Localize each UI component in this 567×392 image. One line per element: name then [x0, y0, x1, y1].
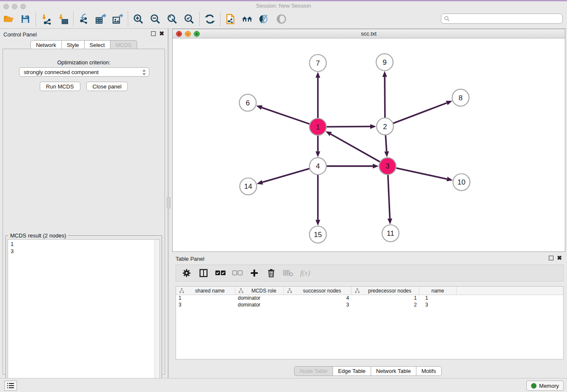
zoom-out-icon[interactable]	[147, 11, 164, 27]
edge-arrow-3-11	[388, 218, 392, 224]
deselect-all-icon[interactable]	[232, 268, 243, 279]
add-column-icon[interactable]	[249, 268, 260, 279]
result-scrollbar[interactable]	[154, 240, 160, 392]
zoom-selected-icon[interactable]	[181, 11, 198, 27]
task-history-button[interactable]	[4, 381, 17, 391]
column-header-predecessor-nodes[interactable]: predecessor nodes	[352, 287, 419, 295]
open-session-icon[interactable]	[0, 11, 17, 27]
import-table-icon[interactable]	[55, 11, 72, 27]
select-all-icon[interactable]	[215, 268, 226, 279]
table-header-row: shared nameMCDS rolesuccessor nodesprede…	[176, 287, 563, 295]
float-table-panel-icon[interactable]	[549, 256, 553, 260]
close-panel-icon[interactable]: ✖	[159, 31, 164, 36]
edge-1-2[interactable]	[326, 127, 370, 127]
node-label-9: 9	[383, 58, 386, 66]
column-layout-icon[interactable]	[198, 268, 209, 279]
cell-successor-nodes[interactable]: 4	[284, 295, 352, 302]
hide-selected-icon[interactable]	[256, 11, 273, 27]
zoom-fit-icon[interactable]	[164, 11, 181, 27]
search-icon	[444, 16, 450, 22]
edge-arrow-2-3	[384, 151, 389, 157]
network-window-title: scc.txt	[173, 30, 565, 37]
table-row[interactable]: 3dominator323	[176, 302, 563, 309]
export-network-icon[interactable]	[75, 11, 92, 27]
edge-2-9[interactable]	[385, 77, 385, 118]
node-label-14: 14	[244, 182, 252, 190]
node-label-11: 11	[387, 229, 394, 237]
edge-arrow-3-1	[325, 131, 332, 136]
network-window-titlebar[interactable]: × − + scc.txt	[173, 29, 565, 39]
cell-name[interactable]: 1	[419, 295, 457, 302]
edge-3-11[interactable]	[388, 174, 390, 218]
save-session-icon[interactable]	[17, 11, 34, 27]
cell-shared-name[interactable]: 3	[176, 302, 235, 309]
tab-motifs[interactable]: Motifs	[416, 366, 442, 376]
zoom-in-icon[interactable]	[130, 11, 147, 27]
edge-3-1[interactable]	[331, 134, 380, 162]
toolbar-separator	[128, 12, 128, 26]
toolbar-separator	[199, 12, 200, 26]
memory-label: Memory	[539, 383, 559, 389]
cell-successor-nodes[interactable]: 3	[284, 302, 352, 309]
edge-2-3[interactable]	[385, 135, 386, 152]
tab-network-table[interactable]: Network Table	[371, 366, 416, 376]
column-header-name[interactable]: name	[419, 287, 457, 295]
table-toolbar: f(x)	[176, 265, 564, 282]
apply-function-icon[interactable]: f(x)	[300, 268, 311, 279]
close-panel-button[interactable]: Close panel	[86, 82, 128, 91]
run-mcds-button[interactable]: Run MCDS	[40, 82, 80, 91]
tab-edge-table[interactable]: Edge Table	[333, 366, 371, 376]
delete-column-icon[interactable]	[266, 268, 277, 279]
hierarchy-icon	[239, 288, 243, 293]
float-panel-icon[interactable]	[151, 31, 156, 36]
edge-1-6[interactable]	[262, 108, 310, 124]
mcds-result-textarea[interactable]: 1 3	[8, 239, 160, 392]
node-label-2: 2	[383, 123, 387, 131]
cell-MCDS-role[interactable]: dominator	[235, 295, 284, 302]
network-from-selection-icon[interactable]	[222, 11, 239, 27]
column-header-successor-nodes[interactable]: successor nodes	[284, 287, 352, 295]
cell-predecessor-nodes[interactable]: 1	[352, 295, 419, 302]
show-details-icon[interactable]	[273, 11, 290, 27]
optimization-criterion-select[interactable]: strongly connected component	[19, 67, 149, 77]
table-row[interactable]: 1dominator411	[176, 295, 563, 302]
edge-arrow-4-3	[373, 164, 379, 168]
hierarchy-icon	[179, 288, 184, 293]
edge-2-8[interactable]	[393, 103, 447, 123]
edge-arrow-1-2	[370, 124, 376, 129]
table-panel-title: Table Panel	[176, 256, 204, 262]
tab-node-table[interactable]: Node Table	[294, 366, 333, 376]
node-label-7: 7	[316, 59, 320, 67]
search-input[interactable]	[450, 16, 562, 22]
network-canvas[interactable]: 7968124314101511	[173, 39, 565, 251]
node-label-10: 10	[457, 178, 465, 186]
apply-layout-icon[interactable]	[201, 11, 218, 27]
edge-4-14[interactable]	[262, 168, 310, 182]
node-label-6: 6	[246, 99, 250, 107]
cell-predecessor-nodes[interactable]: 2	[352, 302, 419, 309]
memory-button[interactable]: Memory	[526, 381, 564, 391]
search-field[interactable]	[441, 14, 563, 24]
combo-stepper-icon	[142, 69, 146, 76]
edge-arrow-1-7	[316, 72, 320, 78]
window-title: Session: New Session	[0, 3, 567, 9]
cell-shared-name[interactable]: 1	[176, 295, 235, 302]
first-neighbors-icon[interactable]	[239, 11, 256, 27]
mcds-result-title: MCDS result (2 nodes)	[8, 232, 68, 239]
delete-table-icon[interactable]	[283, 268, 294, 279]
cell-name[interactable]: 3	[419, 302, 457, 309]
toolbar-separator	[73, 12, 74, 26]
edge-arrow-4-14	[257, 180, 263, 185]
table-settings-icon[interactable]	[181, 268, 192, 279]
node-label-15: 15	[314, 231, 322, 239]
column-header-MCDS-role[interactable]: MCDS role	[235, 287, 284, 295]
export-table-icon[interactable]	[92, 11, 109, 27]
cell-MCDS-role[interactable]: dominator	[235, 302, 284, 309]
main-toolbar	[0, 10, 567, 29]
splitter-grip[interactable]	[167, 197, 171, 208]
column-header-shared-name[interactable]: shared name	[176, 287, 235, 295]
export-image-icon[interactable]	[109, 11, 126, 27]
edge-3-10[interactable]	[396, 168, 447, 179]
close-table-panel-icon[interactable]: ✖	[557, 256, 562, 260]
import-network-icon[interactable]	[38, 11, 55, 27]
